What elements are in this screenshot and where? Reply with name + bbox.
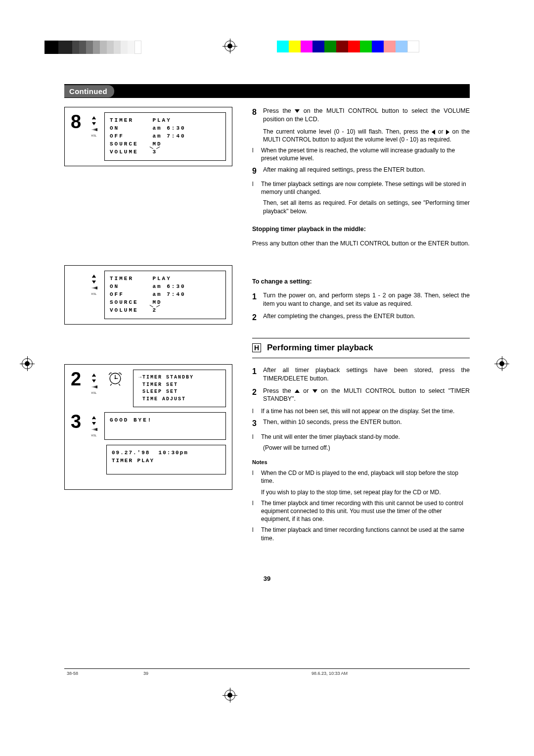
- lcd-b1: →TIMER STANDBY TIMER SET SLEEP SET TIME …: [133, 370, 226, 407]
- mini-controls-8: VOL: [90, 116, 97, 137]
- color-bars: [277, 41, 419, 52]
- down-icon: [92, 422, 96, 425]
- bullet-mark: l: [252, 526, 257, 542]
- clock-icon: [106, 370, 124, 387]
- down-icon: [92, 379, 96, 382]
- reg-mark-top: [222, 39, 237, 53]
- right-column: 8 Press the on the MULTI CONTROL button …: [252, 107, 470, 545]
- step-9-text: After making all required settings, pres…: [263, 166, 470, 177]
- perform-3-bullet: The unit will enter the timer playback s…: [261, 433, 400, 441]
- reg-mark-bottom: [222, 688, 237, 703]
- change-1-text: Turn the power on, and perform steps 1 -…: [263, 291, 470, 308]
- page-outer: Continued 8 VOL TIMER PLAY ON: [44, 74, 490, 678]
- page-content: Continued 8 VOL TIMER PLAY ON: [64, 84, 470, 582]
- page-number: 39: [64, 575, 470, 582]
- up-icon: [92, 116, 96, 119]
- bullet-mark: l: [252, 407, 257, 415]
- vol-label: VOL: [91, 434, 97, 437]
- step-8-text: Press the on the MULTI CONTROL button to…: [263, 107, 470, 124]
- perform-2-text: Press the or on the MULTI CONTROL button…: [263, 387, 470, 404]
- perform-2-bullet: If a time has not been set, this will no…: [261, 407, 454, 415]
- section-letter: H: [252, 343, 261, 352]
- vol-label: VOL: [91, 391, 97, 394]
- mini-controls-a: VOL: [90, 275, 97, 295]
- reg-mark-left: [20, 356, 35, 371]
- bullet-mark: l: [252, 499, 257, 523]
- right-triangle-icon: [446, 130, 449, 135]
- footer-left: 38-58: [67, 671, 78, 676]
- footer-line: [64, 668, 470, 669]
- figure-step-8: 8 VOL TIMER PLAY ON am 6:30 OFF am 7:40 …: [64, 107, 232, 166]
- step-9-sub: Then, set all items as required. For det…: [263, 199, 470, 215]
- step-8-sub: The current volume level (0 - 10) will f…: [263, 128, 470, 143]
- header-bar: Continued: [64, 84, 470, 98]
- mini-controls-b2: VOL: [90, 374, 97, 394]
- vol-label: VOL: [91, 134, 97, 137]
- down-icon: [92, 281, 96, 284]
- header-pill: Continued: [64, 85, 114, 97]
- note-2: The timer playbck and timer recording wi…: [261, 499, 470, 523]
- volume-icon: [90, 428, 97, 431]
- up-triangle-icon: [295, 389, 300, 393]
- vol-label: VOL: [91, 292, 97, 295]
- down-icon: [92, 122, 96, 125]
- change-1-num: 1: [252, 291, 259, 308]
- section-heading: H Performing timer playback: [252, 338, 470, 358]
- svg-line-4: [110, 384, 112, 386]
- grayscale-bars: [44, 41, 141, 54]
- lcd-a: TIMER PLAY ON am 6:30 OFF am 7:40 SOURCE…: [104, 271, 226, 319]
- volume-icon: [90, 128, 97, 131]
- step-number-8: 8: [71, 112, 84, 131]
- up-icon: [92, 374, 96, 377]
- left-column: 8 VOL TIMER PLAY ON am 6:30 OFF am 7:40 …: [64, 107, 232, 545]
- bullet-mark: l: [252, 433, 257, 441]
- figure-change-setting: VOL TIMER PLAY ON am 6:30 OFF am 7:40 SO…: [64, 265, 232, 325]
- change-2-text: After completing the changes, press the …: [263, 312, 470, 323]
- bullet-mark: l: [252, 469, 257, 485]
- perform-3-num: 3: [252, 418, 259, 429]
- volume-icon: [90, 385, 97, 388]
- step-number-3: 3: [71, 412, 84, 431]
- bullet-mark: l: [252, 180, 257, 196]
- change-heading: To change a setting:: [252, 278, 470, 286]
- figure-perform-playback: 2 VOL →TIMER STANDBY TIMER SET SLEEP SET…: [64, 364, 232, 490]
- note-1: When the CD or MD is played to the end, …: [261, 469, 470, 485]
- up-icon: [92, 416, 96, 419]
- section-title: Performing timer playback: [267, 342, 373, 354]
- lcd-8: TIMER PLAY ON am 6:30 OFF am 7:40 SOURCE…: [104, 112, 226, 161]
- up-icon: [92, 275, 96, 278]
- notes-heading: Notes: [252, 459, 470, 466]
- step-number-2: 2: [71, 370, 84, 388]
- footer-mid: 39: [143, 671, 148, 676]
- note-3: The timer playback and timer recording f…: [261, 526, 470, 542]
- note-1b: If you wish to play to the stop time, se…: [261, 488, 470, 496]
- perform-1-text: After all timer playback settings have b…: [263, 366, 470, 383]
- lcd-b2: GOOD BYE!: [104, 412, 226, 440]
- step-8-num: 8: [252, 107, 259, 124]
- lcd-b3: 09.27.'98 10:30pm TIMER PLAY: [106, 445, 226, 474]
- step-9-num: 9: [252, 166, 259, 177]
- svg-line-5: [119, 384, 120, 386]
- bullet-mark: l: [252, 146, 257, 162]
- reg-mark-right: [494, 356, 509, 371]
- down-triangle-icon: [312, 389, 317, 393]
- down-triangle-icon: [295, 109, 300, 113]
- step-8-bullet: When the preset time is reached, the vol…: [261, 146, 470, 162]
- stopping-para: Press any button other than the MULTI CO…: [252, 239, 470, 248]
- mini-controls-b3: VOL: [90, 416, 97, 437]
- perform-3-text: Then, within 10 seconds, press the ENTER…: [263, 418, 470, 429]
- footer-right: 98.6.23, 10:33 AM: [312, 671, 348, 676]
- perform-3-sub: (Power will be turned off.): [263, 444, 470, 452]
- change-2-num: 2: [252, 312, 259, 323]
- perform-2-num: 2: [252, 387, 259, 404]
- stopping-heading: Stopping timer playback in the middle:: [252, 225, 470, 234]
- volume-icon: [90, 286, 97, 289]
- perform-1-num: 1: [252, 366, 259, 383]
- step-9-bullet: The timer playback settings are now comp…: [261, 180, 470, 196]
